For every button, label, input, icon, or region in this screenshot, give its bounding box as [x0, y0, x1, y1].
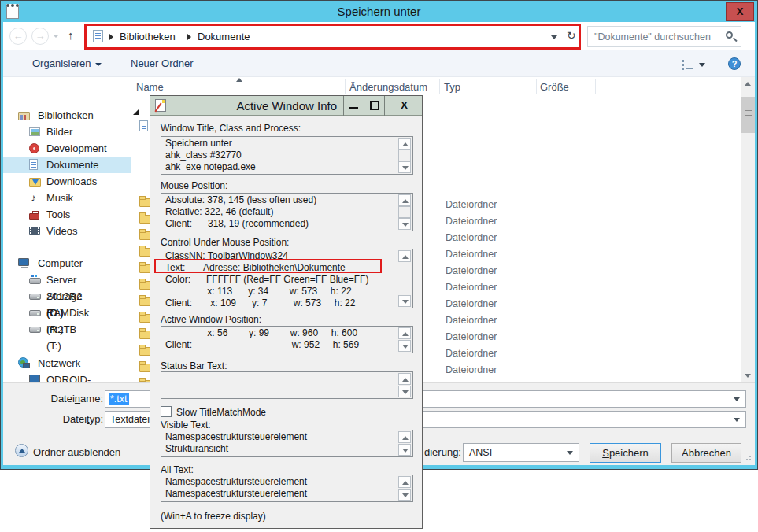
column-header-name[interactable]: Name: [136, 81, 164, 93]
encoding-select[interactable]: ANSI: [463, 443, 579, 462]
label-text: Datei: [51, 393, 75, 405]
spy-window-box[interactable]: Speichern unter ahk_class #32770 ahk_exe…: [161, 136, 413, 175]
location-icon: [93, 30, 103, 42]
forward-button[interactable]: →: [31, 28, 49, 45]
window-title: Speichern unter: [1, 5, 757, 18]
label-text: ame:: [80, 393, 103, 405]
scrollbar-track[interactable]: [398, 150, 411, 161]
help-icon[interactable]: ?: [728, 57, 741, 70]
spy-text-line: Namespacestruktursteuerelement: [165, 488, 307, 500]
refresh-icon[interactable]: ↻: [567, 29, 576, 42]
new-folder-button[interactable]: Neuer Ordner: [131, 57, 193, 69]
spy-section-label: All Text:: [161, 464, 194, 475]
spy-text-line: Namespacestruktursteuerelement: [165, 431, 307, 443]
breadcrumb-libraries[interactable]: Bibliotheken: [120, 31, 176, 42]
scroll-down-button[interactable]: [398, 489, 411, 501]
scroll-down-button[interactable]: [398, 161, 411, 173]
scroll-up-button[interactable]: [398, 476, 411, 488]
spy-mouse-box[interactable]: Absolute: 378, 145 (less often used) Rel…: [161, 193, 413, 231]
scroll-up-button[interactable]: [398, 373, 411, 385]
spy-minimize-button[interactable]: [343, 96, 364, 116]
spy-visible-text-box[interactable]: Namespacestruktursteuerelement Struktura…: [161, 430, 413, 457]
filename-value-selected[interactable]: *.txt: [109, 393, 129, 405]
column-separator[interactable]: [439, 79, 440, 94]
column-header-type[interactable]: Typ: [444, 81, 460, 93]
scroll-up-button[interactable]: [398, 138, 411, 150]
navigation-bar: ← → ↑ Bibliotheken Dokumente ↻ "Dokument…: [3, 22, 755, 50]
hide-folders-icon[interactable]: [15, 444, 28, 457]
chevron-down-icon: [402, 493, 409, 497]
scroll-down-button[interactable]: [398, 444, 411, 456]
ahk-icon: [155, 99, 166, 112]
scrollbar-thumb[interactable]: [741, 97, 755, 133]
slow-titlematchmode-checkbox[interactable]: [161, 406, 172, 417]
sidebar-item-dokumente-selected[interactable]: Dokumente: [3, 157, 131, 173]
scroll-up-button[interactable]: [741, 77, 755, 91]
cancel-button[interactable]: Abbrechen: [671, 443, 741, 463]
maximize-icon: [370, 101, 379, 110]
filetype-dropdown-icon[interactable]: [734, 418, 740, 422]
spy-control-box[interactable]: ClassNN: ToolbarWindow324 Text: Adresse:…: [161, 249, 413, 308]
expanded-group-icon[interactable]: [133, 109, 139, 115]
spy-text-line: Absolute: 378, 145 (less often used): [165, 194, 316, 206]
spy-section-label: Visible Text:: [161, 419, 211, 430]
encoding-dropdown-icon[interactable]: [567, 451, 573, 455]
spy-text-line: ahk_exe notepad.exe: [165, 161, 256, 173]
filename-dropdown-icon[interactable]: [734, 397, 740, 401]
column-header-size[interactable]: Größe: [540, 81, 569, 93]
breadcrumb-arrow-icon[interactable]: [187, 34, 191, 40]
search-box[interactable]: "Dokumente" durchsuchen: [587, 26, 741, 47]
change-view-icon[interactable]: [682, 60, 693, 69]
address-bar[interactable]: Bibliotheken Dokumente ↻: [88, 27, 579, 46]
vertical-scrollbar[interactable]: [741, 77, 755, 382]
scroll-up-button[interactable]: [398, 194, 411, 206]
chevron-down-icon: [402, 345, 409, 349]
spy-text-line: Namespacestruktursteuerelement: [165, 476, 307, 488]
save-button[interactable]: Speichern: [590, 443, 661, 463]
scroll-up-button[interactable]: [398, 250, 411, 262]
scroll-up-button[interactable]: [398, 327, 411, 339]
resize-grip-icon[interactable]: [746, 459, 748, 460]
spy-close-button[interactable]: X: [384, 96, 423, 116]
scroll-down-button[interactable]: [741, 369, 755, 382]
address-dropdown-icon[interactable]: [551, 35, 557, 39]
close-button[interactable]: X: [726, 2, 754, 21]
history-dropdown-icon[interactable]: [53, 35, 59, 38]
back-button[interactable]: ←: [9, 28, 27, 45]
view-dropdown-icon[interactable]: [699, 63, 705, 67]
scroll-up-button[interactable]: [398, 431, 411, 443]
column-separator[interactable]: [345, 79, 346, 94]
scrollbar-track[interactable]: [398, 206, 411, 218]
scroll-down-button[interactable]: [398, 386, 411, 397]
column-header-date[interactable]: Änderungsdatum: [349, 81, 427, 93]
label-accesskey: n: [75, 393, 80, 405]
breadcrumb-arrow-icon[interactable]: [109, 34, 113, 40]
encoding-value: ANSI: [469, 447, 492, 458]
organize-label: Organisieren: [32, 57, 91, 69]
hide-folders-label[interactable]: Ordner ausblenden: [33, 446, 120, 458]
file-type-cell: Dateiordner: [446, 265, 497, 276]
checkbox-label[interactable]: Slow TitleMatchMode: [176, 407, 266, 418]
chevron-down-icon: [402, 449, 409, 453]
spy-text-line: ahk_class #32770: [165, 150, 242, 161]
search-icon[interactable]: [726, 31, 733, 39]
spy-maximize-button[interactable]: [364, 96, 384, 116]
scroll-down-button[interactable]: [398, 295, 411, 307]
scrollbar-grip-icon: [745, 113, 752, 113]
sidebar-label: Bilder: [46, 124, 72, 140]
column-separator[interactable]: [536, 79, 537, 94]
spy-titlebar[interactable]: Active Window Info X: [150, 96, 422, 116]
breadcrumb-documents[interactable]: Dokumente: [198, 31, 250, 42]
column-separator[interactable]: [595, 79, 596, 94]
scroll-down-button[interactable]: [398, 218, 411, 230]
spy-winpos-box[interactable]: x: 56 y: 99 w: 960 h: 600 Client: w: 952…: [161, 326, 413, 353]
chevron-up-icon: [402, 378, 409, 382]
titlebar[interactable]: Speichern unter X: [1, 1, 757, 22]
file-type-cell: Dateiordner: [446, 199, 497, 210]
scroll-down-button[interactable]: [398, 340, 411, 352]
spy-statusbar-box[interactable]: [161, 371, 413, 399]
up-button[interactable]: ↑: [68, 28, 74, 42]
spy-all-text-box[interactable]: Namespacestruktursteuerelement Namespace…: [161, 475, 413, 502]
spy-section-label: Mouse Position:: [161, 180, 227, 191]
organize-button[interactable]: Organisieren: [32, 57, 102, 69]
